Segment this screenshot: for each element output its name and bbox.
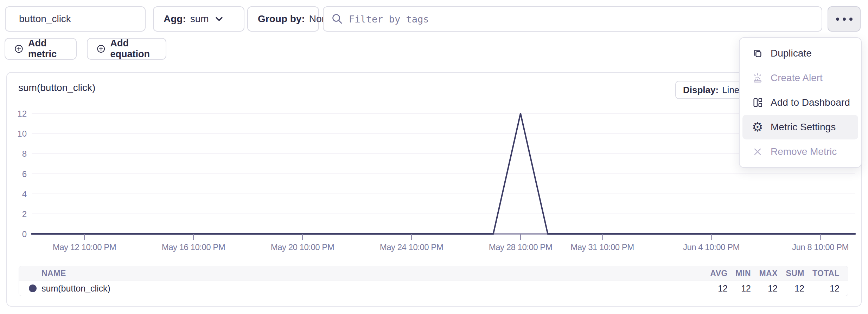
plus-circle-icon <box>14 43 23 54</box>
svg-text:May 31 10:00 PM: May 31 10:00 PM <box>570 242 634 252</box>
display-label: Display: <box>683 85 719 96</box>
summary-table-header: NAME AVG MIN MAX SUM TOTAL <box>19 266 848 281</box>
svg-text:Jun 8 10:00 PM: Jun 8 10:00 PM <box>792 242 849 252</box>
add-metric-label: Add metric <box>28 38 67 60</box>
table-row[interactable]: sum(button_click) 12 12 12 12 12 <box>19 281 848 296</box>
ellipsis-icon <box>843 18 846 21</box>
duplicate-icon <box>752 47 764 59</box>
max-value: 12 <box>751 283 778 294</box>
menu-item-label: Metric Settings <box>771 122 836 133</box>
group-by-dropdown[interactable]: Group by: None <box>247 6 319 32</box>
agg-value: sum <box>190 13 209 25</box>
display-value: Line <box>722 85 739 96</box>
summary-table: NAME AVG MIN MAX SUM TOTAL sum(button_cl… <box>19 266 848 296</box>
col-header-name: NAME <box>19 269 689 278</box>
col-header-total: TOTAL <box>804 269 848 278</box>
agg-dropdown[interactable]: Agg: sum <box>153 6 244 32</box>
filter-by-tags-wrap <box>323 6 822 32</box>
svg-text:May 20 10:00 PM: May 20 10:00 PM <box>271 242 334 252</box>
svg-text:8: 8 <box>22 149 27 158</box>
ellipsis-icon <box>849 18 853 21</box>
dashboard-icon <box>752 97 764 109</box>
svg-text:May 12 10:00 PM: May 12 10:00 PM <box>53 242 116 252</box>
context-menu: Duplicate Create Alert <box>739 37 862 168</box>
filter-by-tags-input[interactable] <box>348 13 814 25</box>
min-value: 12 <box>728 283 751 294</box>
col-header-max: MAX <box>751 269 778 278</box>
menu-item-label: Add to Dashboard <box>771 97 850 108</box>
menu-item-label: Duplicate <box>771 48 812 59</box>
more-options-button[interactable] <box>828 6 861 32</box>
menu-item-add-to-dashboard[interactable]: Add to Dashboard <box>742 90 858 115</box>
svg-text:0: 0 <box>22 229 27 239</box>
svg-text:May 24 10:00 PM: May 24 10:00 PM <box>380 242 443 252</box>
series-name-cell: sum(button_click) <box>19 283 689 294</box>
total-value: 12 <box>804 283 848 294</box>
menu-item-remove-metric: Remove Metric <box>742 139 858 164</box>
svg-text:10: 10 <box>17 129 27 138</box>
col-header-avg: AVG <box>689 269 728 278</box>
chart-plot-area[interactable]: 024681012May 12 10:00 PMMay 16 10:00 PMM… <box>0 102 868 256</box>
add-metric-button[interactable]: Add metric <box>5 38 77 60</box>
svg-text:Jun 4 10:00 PM: Jun 4 10:00 PM <box>683 242 740 252</box>
agg-label: Agg: <box>164 13 186 25</box>
menu-item-create-alert: Create Alert <box>742 66 858 90</box>
metrics-explorer-page: Agg: sum Group by: None Add metric <box>0 0 868 314</box>
svg-text:6: 6 <box>22 169 27 179</box>
remove-icon <box>752 146 764 158</box>
svg-text:May 28 10:00 PM: May 28 10:00 PM <box>489 242 553 252</box>
col-header-min: MIN <box>728 269 751 278</box>
svg-text:12: 12 <box>17 109 27 118</box>
alert-icon <box>752 72 764 84</box>
menu-item-duplicate[interactable]: Duplicate <box>742 41 858 66</box>
col-header-sum: SUM <box>778 269 804 278</box>
svg-text:4: 4 <box>22 189 27 199</box>
menu-item-label: Create Alert <box>771 72 823 84</box>
ellipsis-icon <box>836 18 839 21</box>
series-legend-dot-icon <box>29 284 37 292</box>
chart-title: sum(button_click) <box>18 82 95 93</box>
metric-name-input[interactable] <box>18 13 132 25</box>
group-by-label: Group by: <box>258 13 305 25</box>
plus-circle-icon <box>97 43 105 54</box>
search-icon <box>331 13 343 25</box>
series-name: sum(button_click) <box>42 283 110 294</box>
gear-icon: ⚙ <box>752 121 764 133</box>
avg-value: 12 <box>689 283 728 294</box>
svg-text:2: 2 <box>22 209 27 219</box>
add-equation-button[interactable]: Add equation <box>87 38 166 60</box>
sum-value: 12 <box>778 283 804 294</box>
chevron-down-icon <box>215 17 223 21</box>
svg-text:May 16 10:00 PM: May 16 10:00 PM <box>162 242 225 252</box>
menu-item-label: Remove Metric <box>771 146 837 157</box>
menu-item-metric-settings[interactable]: ⚙ Metric Settings <box>742 115 858 139</box>
add-equation-label: Add equation <box>110 38 157 60</box>
metric-name-input-wrap <box>5 6 146 32</box>
